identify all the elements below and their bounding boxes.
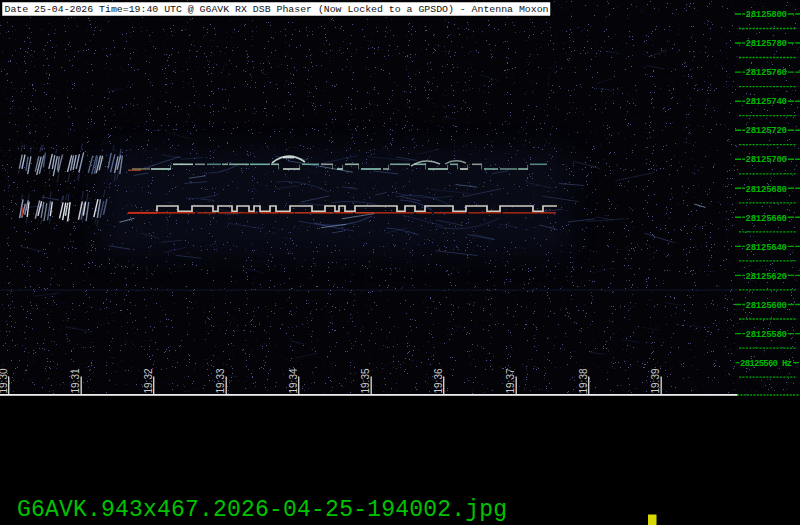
svg-text:28125560 Hz: 28125560 Hz (740, 359, 792, 369)
svg-text:28125580: 28125580 (746, 330, 788, 340)
svg-text:19:31: 19:31 (70, 368, 81, 393)
svg-text:28125780: 28125780 (746, 39, 788, 49)
svg-text:19:38: 19:38 (578, 368, 589, 393)
svg-text:28125700: 28125700 (746, 155, 788, 165)
svg-text:19:39: 19:39 (650, 368, 661, 393)
svg-text:19:33: 19:33 (215, 368, 226, 393)
svg-text:19:30: 19:30 (0, 368, 9, 393)
svg-text:28125740: 28125740 (746, 97, 788, 107)
svg-text:28125640: 28125640 (746, 243, 788, 253)
svg-text:28125760: 28125760 (746, 68, 788, 78)
svg-text:Date 25-04-2026 Time=19:40 UTC: Date 25-04-2026 Time=19:40 UTC @ G6AVK R… (5, 4, 549, 15)
svg-text:28125680: 28125680 (746, 185, 788, 195)
svg-text:19:35: 19:35 (360, 368, 371, 393)
svg-text:28125600: 28125600 (746, 301, 788, 311)
svg-text:28125800: 28125800 (746, 10, 788, 20)
svg-text:G6AVK.943x467.2026-04-25-19400: G6AVK.943x467.2026-04-25-194002.jpg (17, 497, 507, 523)
svg-text:28125660: 28125660 (746, 214, 788, 224)
svg-text:19:37: 19:37 (505, 368, 516, 393)
svg-text:19:32: 19:32 (143, 368, 154, 393)
svg-text:19:34: 19:34 (288, 368, 299, 393)
svg-text:28125720: 28125720 (746, 126, 788, 136)
svg-text:19:36: 19:36 (433, 368, 444, 393)
svg-text:28125620: 28125620 (746, 272, 788, 282)
